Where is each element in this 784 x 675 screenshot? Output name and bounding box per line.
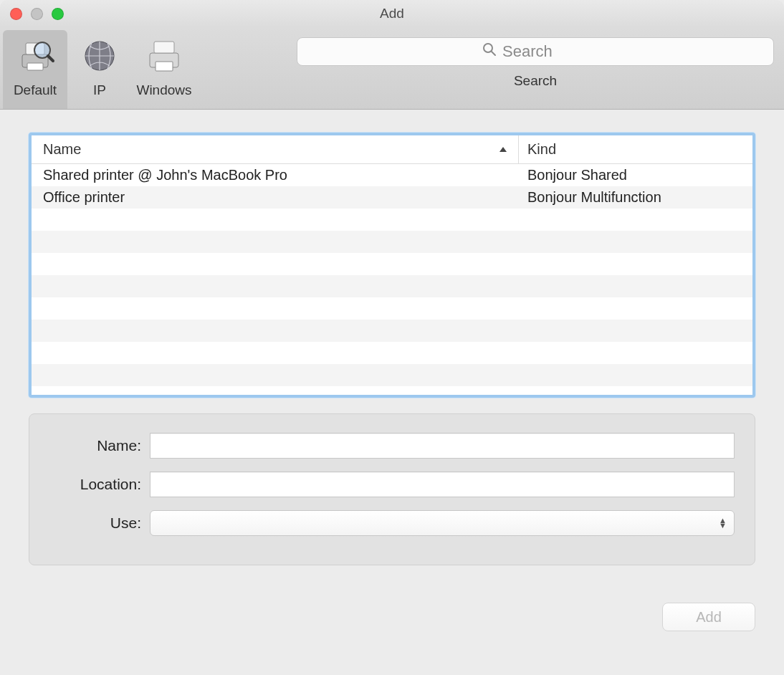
add-button-label: Add [696, 609, 722, 626]
content-area: Name Kind Shared printer @ John's MacBoo… [0, 110, 784, 583]
svg-point-9 [484, 44, 492, 52]
select-stepper-icon: ▲▼ [719, 518, 727, 528]
search-section-label: Search [297, 73, 774, 89]
printer-list-rows: Shared printer @ John's MacBook Pro Bonj… [32, 164, 752, 395]
window-controls [10, 8, 64, 20]
svg-rect-8 [156, 62, 173, 71]
printer-row[interactable]: Shared printer @ John's MacBook Pro Bonj… [32, 164, 752, 186]
tab-ip[interactable]: IP [67, 30, 132, 109]
minimize-window-button [31, 8, 43, 20]
printer-row-empty [32, 209, 752, 231]
tab-default[interactable]: Default [3, 30, 67, 109]
toolbar: Default IP Windows [0, 27, 784, 110]
tab-label: Default [14, 82, 57, 98]
close-window-button[interactable] [10, 8, 22, 20]
svg-line-10 [492, 52, 495, 55]
printer-name-cell: Office printer [32, 189, 519, 206]
printer-row-empty [32, 386, 752, 395]
svg-line-4 [48, 56, 53, 61]
svg-rect-2 [27, 63, 43, 70]
printer-search-icon [15, 36, 55, 80]
use-select[interactable]: ▲▼ [150, 510, 735, 536]
toolbar-tabs: Default IP Windows [3, 30, 196, 109]
zoom-window-button[interactable] [52, 8, 64, 20]
window-title: Add [0, 6, 784, 21]
search-field-wrap[interactable] [297, 37, 774, 66]
location-label: Location: [49, 476, 150, 493]
location-field[interactable] [150, 471, 735, 497]
search-icon [482, 42, 497, 61]
add-button[interactable]: Add [662, 603, 755, 631]
sort-ascending-icon [498, 143, 508, 156]
printer-row-empty [32, 320, 752, 342]
search-input[interactable] [502, 42, 588, 61]
tab-label: IP [93, 82, 106, 98]
printer-row-empty [32, 342, 752, 364]
printer-name-cell: Shared printer @ John's MacBook Pro [32, 167, 519, 183]
column-header-kind[interactable]: Kind [519, 135, 752, 163]
tab-windows[interactable]: Windows [132, 30, 196, 109]
printer-row-empty [32, 275, 752, 297]
printer-list: Name Kind Shared printer @ John's MacBoo… [29, 133, 755, 398]
svg-rect-7 [154, 42, 174, 53]
use-label: Use: [49, 514, 150, 532]
titlebar: Add [0, 0, 784, 27]
printer-kind-cell: Bonjour Multifunction [519, 189, 752, 206]
printer-row-empty [32, 253, 752, 275]
toolbar-search-section: Search [196, 30, 774, 109]
printer-icon [144, 36, 184, 80]
name-label: Name: [49, 437, 150, 454]
printer-kind-cell: Bonjour Shared [519, 167, 752, 183]
globe-network-icon [80, 36, 120, 80]
printer-row[interactable]: Office printer Bonjour Multifunction [32, 186, 752, 209]
printer-list-header: Name Kind [32, 135, 752, 164]
printer-row-empty [32, 297, 752, 320]
name-field[interactable] [150, 433, 735, 459]
column-header-kind-label: Kind [527, 141, 556, 158]
column-header-name[interactable]: Name [32, 135, 519, 163]
footer: Add [0, 583, 784, 648]
tab-label: Windows [136, 82, 191, 98]
printer-row-empty [32, 231, 752, 253]
printer-details-panel: Name: Location: Use: ▲▼ [29, 413, 755, 565]
column-header-name-label: Name [43, 141, 81, 158]
printer-row-empty [32, 364, 752, 386]
